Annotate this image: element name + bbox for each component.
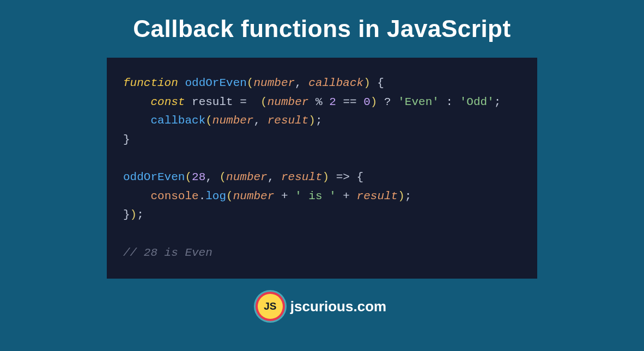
variable: result — [192, 96, 233, 108]
semicolon: ; — [494, 96, 501, 108]
object: console — [150, 190, 198, 202]
operator: : — [446, 96, 453, 108]
number: 0 — [363, 96, 370, 108]
function-call: callback — [150, 114, 205, 127]
brace: { — [357, 171, 364, 183]
param: number — [226, 171, 268, 183]
param: result — [268, 114, 309, 127]
site-name: jscurious.com — [290, 298, 386, 315]
param: result — [281, 171, 323, 183]
brace: } — [123, 208, 130, 221]
paren: ) — [308, 114, 315, 127]
string: ' is ' — [295, 190, 336, 202]
page-title: Callback functions in JavaScript — [133, 15, 511, 42]
comma: , — [205, 171, 219, 183]
brace: } — [123, 133, 130, 146]
operator: = — [240, 96, 247, 108]
function-call: oddOrEven — [123, 171, 185, 183]
paren: ( — [247, 77, 254, 89]
param: callback — [308, 77, 363, 89]
keyword-const: const — [150, 96, 185, 108]
paren: ( — [185, 171, 192, 183]
operator: + — [281, 190, 288, 202]
code-snippet: function oddOrEven(number, callback) { c… — [107, 58, 537, 279]
operator: == — [343, 96, 356, 108]
paren: ( — [260, 96, 268, 108]
number: 2 — [329, 96, 336, 108]
footer: JS jscurious.com — [258, 294, 386, 319]
paren: ( — [219, 171, 226, 183]
dot: . — [199, 190, 206, 202]
number: 28 — [192, 171, 205, 183]
comma: , — [295, 77, 308, 89]
brace: { — [377, 77, 384, 89]
function-name: oddOrEven — [185, 77, 246, 89]
paren: ) — [130, 208, 137, 221]
paren: ( — [205, 114, 212, 127]
keyword-function: function — [123, 77, 178, 89]
method: log — [205, 190, 226, 202]
operator: + — [343, 190, 350, 202]
operator: % — [315, 96, 323, 108]
paren: ) — [363, 77, 370, 89]
paren: ) — [323, 171, 330, 183]
arrow: => — [336, 171, 350, 183]
paren: ) — [370, 96, 378, 108]
operator: ? — [384, 96, 391, 108]
paren: ( — [226, 190, 233, 202]
string: 'Odd' — [460, 96, 494, 108]
comma: , — [268, 171, 281, 183]
param: result — [357, 190, 398, 202]
param: number — [253, 77, 295, 89]
comma: , — [253, 114, 267, 127]
string: 'Even' — [398, 96, 439, 108]
semicolon: ; — [405, 190, 412, 202]
comment: // 28 is Even — [123, 247, 212, 259]
param: number — [212, 114, 254, 127]
logo-js-icon: JS — [258, 294, 283, 319]
param: number — [233, 190, 275, 202]
param: number — [268, 96, 309, 108]
semicolon: ; — [137, 208, 144, 221]
paren: ) — [398, 190, 405, 202]
semicolon: ; — [315, 114, 323, 127]
